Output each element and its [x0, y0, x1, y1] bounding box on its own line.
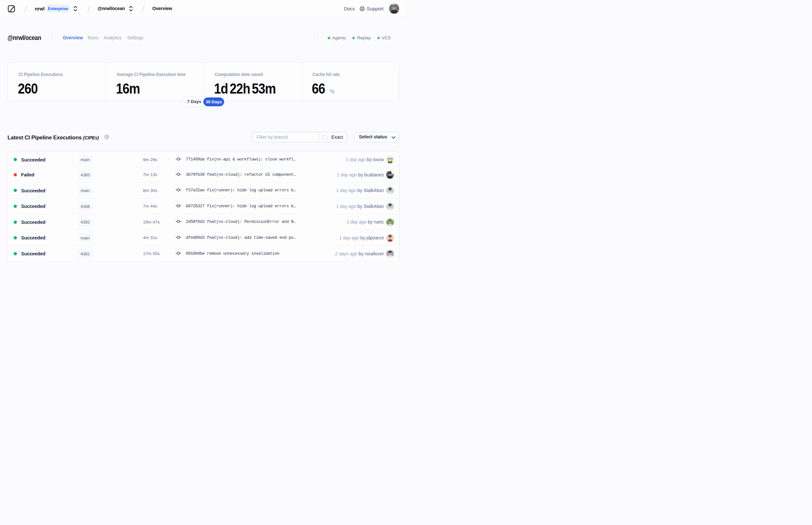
svg-text:?: ?: [106, 135, 107, 138]
